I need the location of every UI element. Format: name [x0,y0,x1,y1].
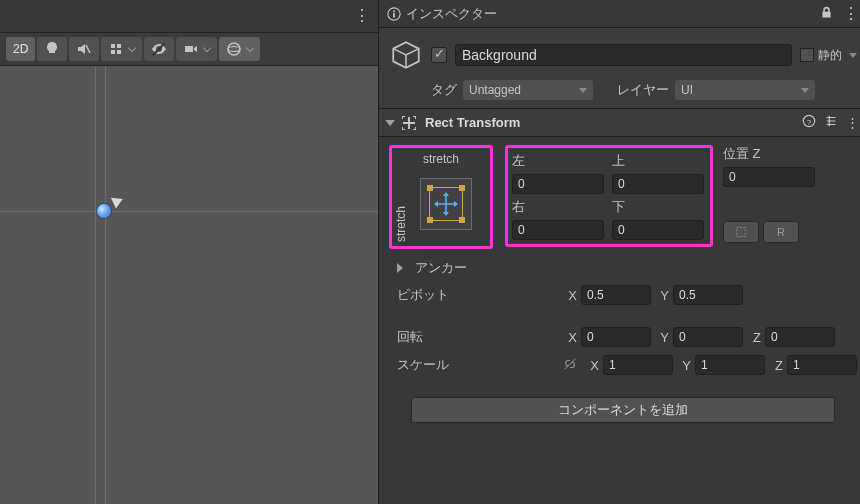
add-component-button[interactable]: コンポーネントを追加 [411,397,835,423]
rot-x-input[interactable] [581,327,651,347]
camera-dropdown[interactable] [176,37,217,61]
axis-x-label: X [563,288,577,303]
scene-toolbar: 2D [0,32,378,66]
rot-z-input[interactable] [765,327,835,347]
static-checkbox[interactable] [800,48,814,62]
bottom-label: 下 [612,198,706,216]
anchor-v-label: stretch [394,152,408,242]
inspector-panel: インスペクター ⋮ 静的 タグ Untagged [378,0,860,504]
static-label: 静的 [818,47,842,64]
static-toggle[interactable]: 静的 [800,47,857,64]
inspector-tab[interactable]: インスペクター ⋮ [379,0,860,28]
axis-y-label: Y [677,358,691,373]
foldout-icon [397,263,403,273]
layer-label: レイヤー [617,81,669,99]
offsets-highlight: 左 上 右 下 [505,145,713,247]
scale-x-input[interactable] [603,355,673,375]
left-input[interactable] [512,174,604,194]
effects-dropdown[interactable] [101,37,142,61]
axis-z-label: Z [769,358,783,373]
chevron-down-icon [579,88,587,93]
pivot-y-input[interactable] [673,285,743,305]
pivot-x-input[interactable] [581,285,651,305]
svg-rect-5 [393,13,395,17]
layer-dropdown[interactable]: UI [675,80,815,100]
top-input[interactable] [612,174,704,194]
right-label: 右 [512,198,606,216]
axis-x-label: X [585,358,599,373]
visibility-toggle[interactable] [144,37,174,61]
right-input[interactable] [512,220,604,240]
scale-y-input[interactable] [695,355,765,375]
svg-point-3 [228,47,240,52]
chevron-down-icon [203,43,211,51]
info-icon [387,7,401,21]
posz-label: 位置 Z [723,145,817,163]
gameobject-name-input[interactable] [455,44,792,66]
bottom-input[interactable] [612,220,704,240]
component-title: Rect Transform [425,115,520,130]
anchor-h-label: stretch [396,152,486,166]
anchor-preset-button[interactable]: stretch stretch [396,152,486,242]
posz-input[interactable] [723,167,815,187]
axis-z-label: Z [747,330,761,345]
svg-line-0 [86,45,90,53]
foldout-icon [385,120,395,126]
svg-text:?: ? [807,118,812,127]
grid-line [105,66,106,504]
axis-y-label: Y [655,330,669,345]
svg-point-2 [228,43,240,55]
chevron-down-icon [849,53,857,58]
rect-transform-icon [401,115,417,131]
rect-transform-body: stretch stretch [379,137,860,439]
pivot-label: ピボット [397,286,557,304]
scene-viewport[interactable] [0,66,378,504]
gizmos-dropdown[interactable] [219,37,260,61]
grid-line [0,211,378,212]
rot-y-input[interactable] [673,327,743,347]
tag-dropdown[interactable]: Untagged [463,80,593,100]
tag-value: Untagged [469,83,521,97]
axis-x-label: X [563,330,577,345]
top-lip: ⋮ [0,0,378,28]
gameobject-icon [389,38,423,72]
scale-label: スケール [397,356,557,374]
lock-icon[interactable] [820,5,833,23]
chevron-down-icon [246,43,254,51]
anchors-label: アンカー [415,259,467,277]
layer-value: UI [681,83,693,97]
mode-2d-button[interactable]: 2D [6,37,35,61]
inspector-menu-icon[interactable]: ⋮ [843,4,859,23]
grid-line [95,66,96,504]
anchors-foldout[interactable]: アンカー [397,259,857,277]
rotation-label: 回転 [397,328,557,346]
gameobject-header: 静的 タグ Untagged レイヤー UI [379,28,860,109]
component-menu-icon[interactable]: ⋮ [846,115,859,130]
left-label: 左 [512,152,606,170]
lighting-toggle[interactable] [37,37,67,61]
chevron-down-icon [801,88,809,93]
help-icon[interactable]: ? [802,114,816,131]
svg-rect-9 [737,228,746,237]
active-checkbox[interactable] [431,47,447,63]
constrain-proportions-icon[interactable] [563,357,577,374]
blueprint-mode-button[interactable] [723,221,759,243]
scene-gizmo-flag [111,193,125,208]
scene-view: ⋮ 2D [0,0,378,504]
anchor-preset-highlight: stretch stretch [389,145,493,249]
inspector-title: インスペクター [406,5,497,23]
preset-icon[interactable] [824,114,838,131]
raw-edit-button[interactable]: R [763,221,799,243]
axis-y-label: Y [655,288,669,303]
svg-rect-6 [393,10,395,12]
scale-z-input[interactable] [787,355,857,375]
scene-gizmo-node[interactable] [97,204,111,218]
top-label: 上 [612,152,706,170]
rect-transform-header[interactable]: Rect Transform ? ⋮ [379,109,860,137]
chevron-down-icon [128,43,136,51]
panel-menu-icon[interactable]: ⋮ [354,6,368,25]
tag-label: タグ [431,81,457,99]
audio-toggle[interactable] [69,37,99,61]
